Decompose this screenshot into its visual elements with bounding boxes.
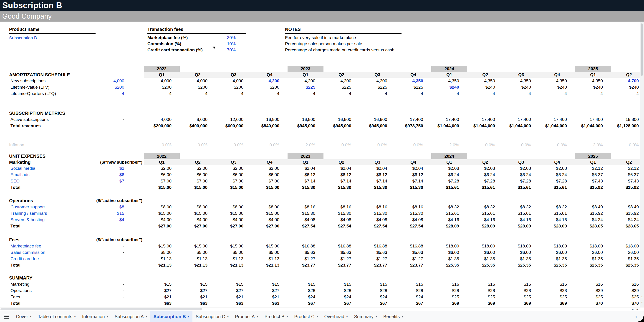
quarter-header-cell: Q4: [252, 159, 288, 165]
value-cell: $1.27: [395, 256, 431, 261]
tab-cover[interactable]: Cover▾: [13, 311, 34, 322]
quarter-header-cell: Q1: [144, 72, 180, 78]
assumption-cell[interactable]: $2: [96, 166, 144, 171]
chevron-down-icon[interactable]: ▾: [188, 315, 189, 318]
value-cell: $15: [360, 282, 395, 287]
value-cell[interactable]: 4,350: [395, 78, 431, 83]
assumption-cell[interactable]: $200: [96, 85, 144, 90]
chevron-down-icon[interactable]: ▾: [107, 315, 108, 318]
tab-subscription-a[interactable]: Subscription A▾: [112, 311, 150, 322]
chevron-down-icon[interactable]: ▾: [257, 315, 258, 318]
tab-overhead[interactable]: Overhead▾: [321, 311, 351, 322]
assumption-cell[interactable]: 4: [96, 91, 144, 96]
year-empty-cell: [539, 66, 575, 72]
value-cell: $6.37: [611, 172, 644, 177]
year-empty-cell: [252, 153, 288, 159]
value-cell: $945,000: [360, 123, 395, 128]
value-cell: $6.00: [144, 172, 180, 177]
tab-information[interactable]: Information▾: [79, 311, 112, 322]
assumption-cell[interactable]: $7: [96, 179, 144, 184]
tab-product-c[interactable]: Product C▾: [291, 311, 321, 322]
row-label[interactable]: Sales commission: [0, 250, 96, 255]
chevron-down-icon[interactable]: ▾: [287, 315, 288, 318]
value-cell: $400,000: [180, 123, 216, 128]
assumption-cell[interactable]: $15: [96, 211, 144, 216]
row-label[interactable]: Training / seminars: [0, 211, 96, 216]
row-label: Total: [0, 301, 96, 306]
value-cell: $15.61: [539, 185, 575, 190]
row-label[interactable]: Customer support: [0, 205, 96, 210]
tab-subscription-c[interactable]: Subscription C▾: [192, 311, 232, 322]
value-cell: $28.09: [503, 224, 539, 229]
product-name-value[interactable]: Subscription B: [9, 35, 96, 40]
sheet-row: Active subscriptions-4,0008,00012,00016,…: [0, 116, 644, 123]
value-cell: $2.08: [503, 166, 539, 171]
section-gap: [0, 148, 644, 153]
value-cell: $1.13: [216, 256, 252, 261]
row-label[interactable]: SEO: [0, 179, 96, 184]
assumption-cell: -: [96, 117, 144, 122]
chevron-down-icon[interactable]: ▾: [376, 315, 377, 318]
scroll-left-icon[interactable]: ◀: [630, 308, 635, 311]
tab-benefits[interactable]: Benefits▾: [380, 311, 406, 322]
row-label: Fees: [0, 237, 96, 243]
assumption-cell[interactable]: $6: [96, 172, 144, 177]
fee-value[interactable]: 70%: [227, 47, 236, 52]
chevron-down-icon[interactable]: ▾: [346, 315, 348, 318]
row-label[interactable]: Social media: [0, 166, 96, 171]
value-cell: $67: [288, 301, 324, 306]
tab-table-of-contents[interactable]: Table of contents▾: [34, 311, 79, 322]
chevron-down-icon[interactable]: ▾: [402, 315, 403, 318]
assumption-cell[interactable]: $4: [96, 217, 144, 222]
value-cell: $2.04: [360, 166, 395, 171]
tab-subscription-b[interactable]: Subscription B▾: [150, 311, 192, 322]
chevron-down-icon[interactable]: ▾: [317, 315, 318, 318]
row-label[interactable]: Marketplace fee: [0, 244, 96, 249]
value-cell: $6.00: [539, 250, 575, 255]
row-label[interactable]: Credit card fee: [0, 256, 96, 261]
quarter-header-cell: Q4: [395, 72, 431, 78]
value-cell: $63: [252, 301, 288, 306]
value-cell[interactable]: $225: [288, 85, 324, 90]
row-label[interactable]: Email ads: [0, 172, 96, 177]
fee-value[interactable]: 10%: [227, 41, 236, 46]
value-cell[interactable]: 4,200: [252, 78, 288, 83]
scroll-tabs-chevron-icon[interactable]: ‹: [635, 311, 637, 322]
assumption-cell[interactable]: $8: [96, 205, 144, 210]
row-label[interactable]: Servers & hosting: [0, 217, 96, 222]
row-label: SUBSCRIPTION METRICS: [0, 111, 96, 116]
scroll-down-icon[interactable]: ▼: [640, 301, 644, 304]
tab-product-b[interactable]: Product B▾: [262, 311, 291, 322]
year-empty-cell: [395, 66, 431, 72]
quarter-header-cell: Q3: [360, 72, 395, 78]
value-cell: $7.28: [503, 179, 539, 184]
tab-summary[interactable]: Summary▾: [351, 311, 380, 322]
value-cell[interactable]: $240: [431, 85, 467, 90]
scroll-right-icon[interactable]: ▶: [635, 308, 640, 311]
chevron-down-icon[interactable]: ▾: [146, 315, 147, 318]
year-band-cell: 2024: [431, 153, 467, 159]
fee-value[interactable]: 30%: [227, 35, 236, 40]
value-cell: $6.00: [467, 250, 503, 255]
chevron-down-icon[interactable]: ▾: [30, 315, 32, 318]
value-cell: $1,044,000: [467, 123, 503, 128]
horizontal-scrollbar[interactable]: ◀ ▶: [0, 307, 644, 311]
chevron-down-icon[interactable]: ▾: [74, 315, 76, 318]
assumption-cell[interactable]: 4,000: [96, 78, 144, 83]
horizontal-scrollbar-thumb[interactable]: [0, 308, 202, 311]
value-cell: $15.30: [395, 211, 431, 216]
value-cell: $840,000: [252, 123, 288, 128]
vertical-scrollbar[interactable]: ▲ ▼: [640, 21, 644, 307]
value-cell[interactable]: 4,700: [611, 78, 644, 83]
value-cell: $7.14: [288, 179, 324, 184]
chevron-down-icon[interactable]: ▾: [227, 315, 228, 318]
value-cell: $6.00: [611, 250, 644, 255]
vertical-scrollbar-thumb[interactable]: [640, 23, 643, 76]
tab-product-a[interactable]: Product A▾: [232, 311, 262, 322]
value-cell: 4,350: [539, 78, 575, 83]
value-cell: $7.28: [467, 179, 503, 184]
quarter-header-cell: Q4: [252, 72, 288, 78]
scroll-up-icon[interactable]: ▲: [640, 296, 644, 298]
value-cell: $15.00: [180, 211, 216, 216]
all-sheets-menu-icon[interactable]: [0, 315, 13, 319]
